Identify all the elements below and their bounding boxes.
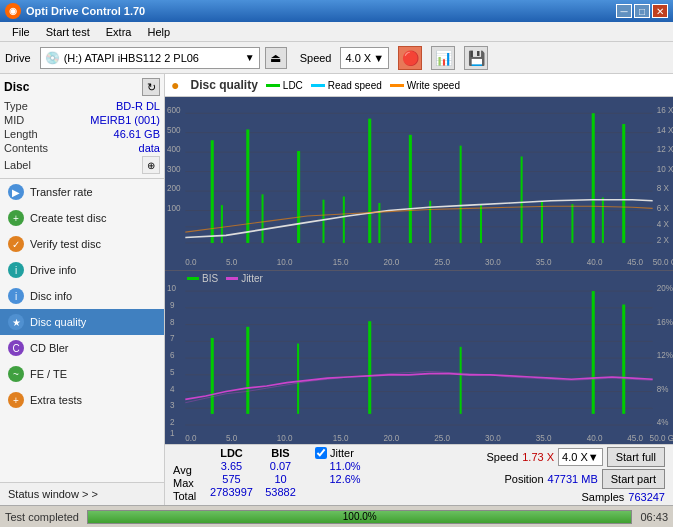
- disc-length-label: Length: [4, 128, 38, 140]
- svg-rect-43: [221, 205, 223, 243]
- nav-create-test-disc[interactable]: + Create test disc: [0, 205, 164, 231]
- svg-text:8 X: 8 X: [657, 183, 670, 193]
- status-bar: Test completed 100.0% 06:43: [0, 505, 673, 527]
- position-value: 47731 MB: [548, 473, 598, 485]
- nav-disc-info-label: Disc info: [30, 290, 72, 302]
- svg-text:50.0 GB: 50.0 GB: [650, 432, 673, 442]
- toolbar-btn-save[interactable]: 💾: [464, 46, 488, 70]
- close-button[interactable]: ✕: [652, 4, 668, 18]
- start-full-button[interactable]: Start full: [607, 447, 665, 467]
- title-bar: ◉ Opti Drive Control 1.70 ─ □ ✕: [0, 0, 673, 22]
- svg-text:16%: 16%: [657, 316, 673, 326]
- speed-dropdown-arrow: ▼: [373, 52, 384, 64]
- nav-disc-quality[interactable]: ★ Disc quality: [0, 309, 164, 335]
- nav-extra-tests-label: Extra tests: [30, 394, 82, 406]
- svg-text:4: 4: [170, 383, 175, 393]
- svg-rect-94: [297, 344, 299, 414]
- nav-verify-test-disc[interactable]: ✓ Verify test disc: [0, 231, 164, 257]
- nav-transfer-rate-label: Transfer rate: [30, 186, 93, 198]
- verify-test-icon: ✓: [8, 236, 24, 252]
- svg-rect-49: [480, 205, 482, 243]
- speed-row: Speed 1.73 X 4.0 X ▼ Start full: [486, 447, 665, 467]
- svg-text:12 X: 12 X: [657, 144, 673, 154]
- svg-text:25.0: 25.0: [434, 256, 450, 266]
- charts-area: 600 500 400 300 200 100 16 X 14 X 12 X 1…: [165, 97, 673, 505]
- sidebar: Disc ↻ Type BD-R DL MID MEIRB1 (001) Len…: [0, 74, 165, 505]
- svg-text:10.0: 10.0: [277, 432, 293, 442]
- drive-info-icon: i: [8, 262, 24, 278]
- disc-type-value: BD-R DL: [116, 100, 160, 112]
- legend-ldc-label: LDC: [283, 80, 303, 91]
- disc-panel: Disc ↻ Type BD-R DL MID MEIRB1 (001) Len…: [0, 74, 164, 179]
- chart-title: Disc quality: [190, 78, 257, 92]
- jitter-label: Jitter: [330, 447, 354, 459]
- speed-stat-label: Speed: [486, 451, 518, 463]
- app-icon: ◉: [5, 3, 21, 19]
- svg-text:9: 9: [170, 299, 175, 309]
- svg-text:15.0: 15.0: [333, 432, 349, 442]
- eject-button[interactable]: ⏏: [265, 47, 287, 69]
- disc-title: Disc: [4, 80, 29, 94]
- svg-text:10 X: 10 X: [657, 163, 673, 173]
- nav-disc-quality-label: Disc quality: [30, 316, 86, 328]
- bis-legend-color: [187, 277, 199, 280]
- menu-help[interactable]: Help: [139, 24, 178, 40]
- svg-text:5: 5: [170, 366, 175, 376]
- disc-type-label: Type: [4, 100, 28, 112]
- transfer-rate-icon: ▶: [8, 184, 24, 200]
- nav-transfer-rate[interactable]: ▶ Transfer rate: [0, 179, 164, 205]
- toolbar-btn-2[interactable]: 📊: [431, 46, 455, 70]
- disc-refresh-button[interactable]: ↻: [142, 78, 160, 96]
- svg-text:1: 1: [170, 428, 175, 438]
- toolbar-btn-1[interactable]: 🔴: [398, 46, 422, 70]
- position-label: Position: [504, 473, 543, 485]
- svg-text:50.0 GB: 50.0 GB: [653, 256, 673, 266]
- disc-quality-icon: ★: [8, 314, 24, 330]
- start-part-button[interactable]: Start part: [602, 469, 665, 489]
- svg-rect-90: [246, 327, 249, 414]
- app-title: Opti Drive Control 1.70: [26, 5, 145, 17]
- minimize-button[interactable]: ─: [616, 4, 632, 18]
- stats-total-ldc: 2783997: [209, 486, 254, 498]
- chart-legend: LDC Read speed Write speed: [266, 80, 460, 91]
- menu-file[interactable]: File: [4, 24, 38, 40]
- title-controls: ─ □ ✕: [616, 4, 668, 18]
- maximize-button[interactable]: □: [634, 4, 650, 18]
- status-window-button[interactable]: Status window > >: [0, 482, 164, 505]
- disc-mid-value: MEIRB1 (001): [90, 114, 160, 126]
- legend-ldc-color: [266, 84, 280, 87]
- svg-text:400: 400: [167, 144, 181, 154]
- svg-text:0.0: 0.0: [185, 432, 197, 442]
- svg-rect-93: [622, 304, 625, 413]
- svg-rect-0: [165, 97, 673, 270]
- progress-bar-container: 100.0%: [87, 510, 632, 524]
- svg-text:25.0: 25.0: [434, 432, 450, 442]
- top-chart: 600 500 400 300 200 100 16 X 14 X 12 X 1…: [165, 97, 673, 271]
- nav-extra-tests[interactable]: + Extra tests: [0, 387, 164, 413]
- disc-mid-row: MID MEIRB1 (001): [4, 114, 160, 126]
- svg-rect-34: [211, 140, 214, 243]
- disc-label-label: Label: [4, 159, 31, 171]
- jitter-checkbox-row[interactable]: Jitter: [315, 447, 375, 459]
- speed-select[interactable]: 4.0 X ▼: [340, 47, 389, 69]
- stats-speed-select[interactable]: 4.0 X ▼: [558, 448, 603, 466]
- stats-max-bis: 10: [258, 473, 303, 485]
- nav-cd-bler[interactable]: C CD Bler: [0, 335, 164, 361]
- svg-text:2: 2: [170, 417, 175, 427]
- nav-fe-te[interactable]: ~ FE / TE: [0, 361, 164, 387]
- fe-te-icon: ~: [8, 366, 24, 382]
- drive-select[interactable]: 💿 (H:) ATAPI iHBS112 2 PL06 ▼: [40, 47, 260, 69]
- legend-write-speed: Write speed: [390, 80, 460, 91]
- disc-label-button[interactable]: ⊕: [142, 156, 160, 174]
- svg-text:40.0: 40.0: [587, 432, 603, 442]
- menu-start-test[interactable]: Start test: [38, 24, 98, 40]
- svg-rect-51: [571, 204, 573, 243]
- nav-disc-info[interactable]: i Disc info: [0, 283, 164, 309]
- jitter-checkbox[interactable]: [315, 447, 327, 459]
- svg-rect-40: [521, 156, 523, 243]
- svg-text:35.0: 35.0: [536, 256, 552, 266]
- menu-extra[interactable]: Extra: [98, 24, 140, 40]
- svg-rect-37: [368, 119, 371, 243]
- bottom-chart: BIS Jitter 10 9 8 7 6 5 4: [165, 271, 673, 444]
- nav-drive-info[interactable]: i Drive info: [0, 257, 164, 283]
